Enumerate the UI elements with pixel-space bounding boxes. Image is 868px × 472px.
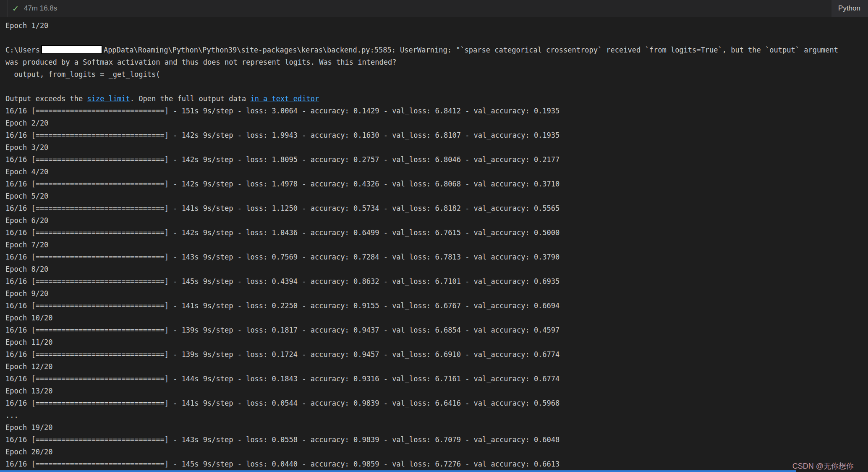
metrics-line: 16/16 [==============================] -…: [5, 202, 868, 215]
metrics-line: 16/16 [==============================] -…: [5, 349, 868, 361]
kernel-language-label[interactable]: Python: [831, 0, 868, 17]
metrics-line: 16/16 [==============================] -…: [5, 434, 868, 446]
truncation-notice: Output exceeds the size limit. Open the …: [5, 93, 868, 105]
metrics-line: 16/16 [==============================] -…: [5, 129, 868, 142]
epoch-header-line: Epoch 7/20: [5, 239, 868, 251]
metrics-line: 16/16 [==============================] -…: [5, 458, 868, 470]
epoch-header-line: Epoch 1/20: [5, 20, 868, 32]
metrics-line: 16/16 [==============================] -…: [5, 227, 868, 239]
toolbar-divider: [8, 0, 8, 17]
metrics-line: 16/16 [==============================] -…: [5, 251, 868, 263]
warning-line-3: output, from_logits = _get_logits(: [5, 68, 868, 81]
warning-line-2: was produced by a Softmax activation and…: [5, 56, 868, 68]
epoch-header-line: Epoch 8/20: [5, 263, 868, 275]
cell-focus-border: [0, 470, 796, 472]
epoch-header-line: Epoch 9/20: [5, 288, 868, 300]
epoch-header-line: Epoch 4/20: [5, 166, 868, 178]
epoch-header-line: Epoch 13/20: [5, 385, 868, 397]
metrics-line: 16/16 [==============================] -…: [5, 324, 868, 336]
warning-path-line: C:\UsersAppData\Roaming\Python\Python39\…: [5, 44, 868, 56]
blank-line: [5, 81, 868, 93]
redaction-box: [41, 45, 102, 54]
epoch-header-line: Epoch 6/20: [5, 215, 868, 227]
ellipsis-line: ...: [5, 409, 868, 422]
truncation-text-before: Output exceeds the: [5, 94, 87, 103]
training-log: 16/16 [==============================] -…: [5, 105, 868, 470]
cell-execution-duration: 47m 16.8s: [24, 4, 57, 13]
epoch-header-line: Epoch 20/20: [5, 446, 868, 458]
warning-path-suffix: AppData\Roaming\Python\Python39\site-pac…: [104, 46, 838, 54]
success-check-icon: ✓: [12, 4, 19, 13]
cell-output: Epoch 1/20 C:\UsersAppData\Roaming\Pytho…: [0, 17, 868, 470]
warning-path-prefix: C:\Users: [5, 46, 40, 54]
watermark: CSDN @无你想你: [792, 461, 854, 471]
metrics-line: 16/16 [==============================] -…: [5, 373, 868, 385]
metrics-line: 16/16 [==============================] -…: [5, 275, 868, 288]
epoch-header-line: Epoch 11/20: [5, 336, 868, 349]
metrics-line: 16/16 [==============================] -…: [5, 105, 868, 117]
epoch-header-line: Epoch 12/20: [5, 361, 868, 373]
size-limit-link[interactable]: size limit: [87, 94, 130, 103]
cell-toolbar: ✓ 47m 16.8s Python: [0, 0, 868, 17]
epoch-header-line: Epoch 3/20: [5, 142, 868, 154]
blank-line: [5, 32, 868, 44]
truncation-text-middle: . Open the full output data: [130, 94, 251, 103]
metrics-line: 16/16 [==============================] -…: [5, 397, 868, 409]
metrics-line: 16/16 [==============================] -…: [5, 154, 868, 166]
epoch-header-line: Epoch 2/20: [5, 117, 868, 129]
epoch-header-line: Epoch 5/20: [5, 190, 868, 202]
metrics-line: 16/16 [==============================] -…: [5, 300, 868, 312]
epoch-header-line: Epoch 19/20: [5, 422, 868, 434]
epoch-header-line: Epoch 10/20: [5, 312, 868, 324]
open-text-editor-link[interactable]: in a text editor: [250, 94, 319, 103]
metrics-line: 16/16 [==============================] -…: [5, 178, 868, 190]
